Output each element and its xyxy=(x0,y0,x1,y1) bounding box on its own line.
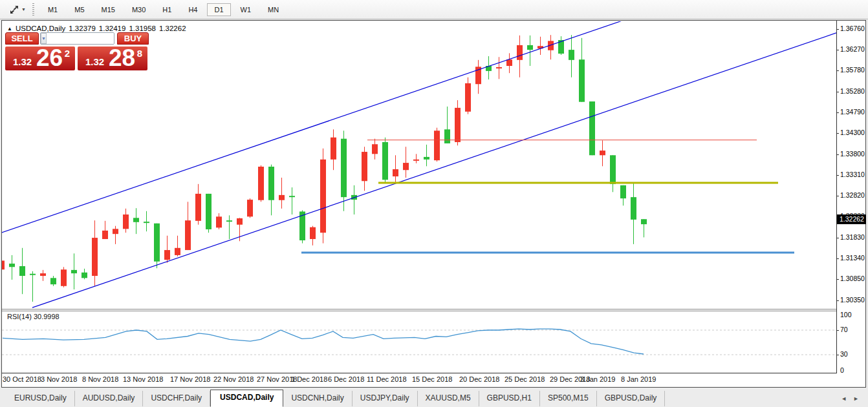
rsi-indicator-canvas[interactable] xyxy=(2,311,836,373)
price-axis[interactable]: 1.32262 1.367601.362701.357801.352801.34… xyxy=(836,21,865,373)
price-axis-tick xyxy=(837,238,839,238)
buy-button[interactable]: BUY xyxy=(117,32,149,45)
price-axis-tick xyxy=(837,29,839,30)
date-axis-label: 13 Nov 2018 xyxy=(123,375,163,383)
price-axis-label: 1.32820 xyxy=(840,191,865,199)
tab-sp500-m15[interactable]: SP500,M15 xyxy=(540,391,597,406)
tab-usdcnh-daily[interactable]: USDCNH,Daily xyxy=(283,391,352,406)
date-axis-label: 17 Nov 2018 xyxy=(170,375,210,383)
timeframe-button-d1[interactable]: D1 xyxy=(207,3,230,16)
candle-body xyxy=(164,250,170,260)
lot-size-control: ▼ ▲ xyxy=(40,32,114,45)
tab-usdcad-daily[interactable]: USDCAD,Daily xyxy=(210,390,283,407)
sell-button[interactable]: SELL xyxy=(5,32,39,45)
candle-body xyxy=(320,160,326,233)
sell-price-big: 26 xyxy=(36,47,63,70)
date-axis-label: 22 Nov 2018 xyxy=(213,375,254,383)
rsi-line xyxy=(3,329,644,354)
buy-price-pip: 8 xyxy=(137,48,142,59)
candle-body xyxy=(102,231,108,239)
sell-price-prefix: 1.32 xyxy=(13,56,32,67)
candle-body xyxy=(19,266,25,276)
tab-scroll-right-icon[interactable]: ► xyxy=(853,395,859,402)
price-axis-tick xyxy=(837,50,839,50)
candle-body xyxy=(455,108,461,142)
candle-body xyxy=(610,155,616,184)
date-axis-label: 8 Jan 2019 xyxy=(621,375,656,383)
candle-body xyxy=(393,169,398,176)
timeframe-button-w1[interactable]: W1 xyxy=(233,3,259,16)
timeframe-button-mn[interactable]: MN xyxy=(261,3,286,16)
one-click-trading-panel: SELL ▼ ▲ BUY 1.32 26 2 1.32 28 8 xyxy=(5,32,149,70)
timeframe-button-m30[interactable]: M30 xyxy=(125,3,153,16)
candle-body xyxy=(258,167,264,200)
date-axis-label: 25 Dec 2018 xyxy=(505,375,545,383)
candle-body xyxy=(496,67,502,68)
tab-usdchf-daily[interactable]: USDCHF,Daily xyxy=(143,391,210,406)
tab-audusd-daily[interactable]: AUDUSD,Daily xyxy=(75,391,144,406)
date-axis-label: 6 Dec 2018 xyxy=(328,375,364,383)
candle-body xyxy=(331,138,336,160)
candle-body xyxy=(362,152,367,181)
tab-scroll-buttons: ◄► xyxy=(841,395,868,407)
sell-price-pip: 2 xyxy=(65,48,70,59)
candle-body xyxy=(579,59,585,102)
buy-price-display[interactable]: 1.32 28 8 xyxy=(78,47,147,70)
timeframe-button-m15[interactable]: M15 xyxy=(94,3,122,16)
candle-body xyxy=(81,273,87,278)
tab-gbpusd-h1[interactable]: GBPUSD,H1 xyxy=(479,391,540,406)
candle-body xyxy=(372,144,378,154)
tab-xauusd-m5[interactable]: XAUUSD,M5 xyxy=(418,391,479,406)
candle-body xyxy=(144,222,149,223)
application-window: ▼ M1M5M15M30H1H4D1W1MN ▲ USDCAD,Daily 1.… xyxy=(0,0,868,407)
lot-size-input[interactable] xyxy=(47,33,114,44)
timeframe-button-h4[interactable]: H4 xyxy=(181,3,204,16)
price-axis-label: 1.36760 xyxy=(840,25,865,32)
tab-eurusd-daily[interactable]: EURUSD,Daily xyxy=(6,391,75,406)
timeframe-button-h1[interactable]: H1 xyxy=(155,3,179,16)
candle-body xyxy=(403,163,409,170)
tab-gbpusd-daily[interactable]: GBPUSD,Daily xyxy=(597,391,666,406)
ohlc-open: 1.32379 xyxy=(69,25,96,32)
crosshair-arrows-icon xyxy=(9,5,19,15)
trend-channel-line[interactable] xyxy=(32,33,836,308)
candle-body xyxy=(113,229,118,234)
price-axis-label: 1.30850 xyxy=(840,275,865,282)
date-axis[interactable]: 30 Oct 20183 Nov 20188 Nov 201813 Nov 20… xyxy=(2,373,836,387)
dropdown-caret-icon[interactable]: ▼ xyxy=(21,7,26,12)
chart-window[interactable]: ▲ USDCAD,Daily 1.32379 1.32419 1.31958 1… xyxy=(1,20,866,388)
symbols-tool-button[interactable]: ▼ xyxy=(5,3,30,16)
candles xyxy=(2,35,647,302)
timeframe-button-m1[interactable]: M1 xyxy=(41,3,65,16)
candle-body xyxy=(527,45,533,50)
collapse-panel-icon[interactable]: ▲ xyxy=(7,26,12,32)
buy-price-prefix: 1.32 xyxy=(85,56,104,67)
price-axis-tick xyxy=(837,175,839,176)
candle-body xyxy=(517,45,523,60)
timeframe-button-m5[interactable]: M5 xyxy=(67,3,91,16)
candle-body xyxy=(341,139,347,197)
price-axis-tick xyxy=(837,70,839,71)
candle-body xyxy=(444,129,450,143)
price-axis-tick xyxy=(837,112,839,113)
toolbar: ▼ M1M5M15M30H1H4D1W1MN xyxy=(0,0,868,19)
candle-body xyxy=(175,248,180,255)
sell-price-display[interactable]: 1.32 26 2 xyxy=(5,47,75,70)
candle-body xyxy=(237,218,243,225)
candle-body xyxy=(569,50,574,60)
toolbar-grip[interactable] xyxy=(32,3,34,16)
lot-decrease-button[interactable]: ▼ xyxy=(41,33,47,44)
tab-scroll-left-icon[interactable]: ◄ xyxy=(841,395,847,402)
candle-body xyxy=(40,273,46,276)
candle-body xyxy=(61,269,67,286)
candle-body xyxy=(133,218,139,222)
candle-body xyxy=(195,194,201,221)
candle-body xyxy=(382,142,388,180)
date-axis-label: 30 Oct 2018 xyxy=(3,375,41,383)
date-axis-label: 15 Dec 2018 xyxy=(412,375,452,383)
date-axis-label: 3 Jan 2019 xyxy=(580,375,615,383)
tab-usdjpy-daily[interactable]: USDJPY,Daily xyxy=(353,391,418,406)
candle-body xyxy=(185,220,191,250)
rsi-axis-label: 70 xyxy=(840,326,848,333)
candle-body xyxy=(123,214,129,229)
